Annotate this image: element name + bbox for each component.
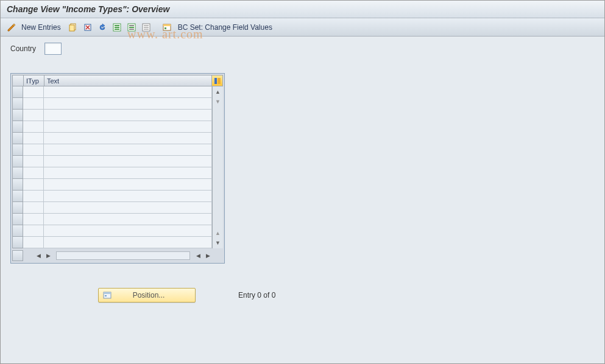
table-footer: ◀ ▶ ◀ ▶: [12, 248, 223, 262]
cell-text[interactable]: [44, 179, 212, 191]
cell-text[interactable]: [44, 98, 212, 110]
svg-rect-14: [144, 29, 149, 30]
cell-ityp[interactable]: [23, 110, 44, 121]
bc-set-icon[interactable]: [161, 21, 173, 33]
row-selector[interactable]: [12, 121, 23, 133]
table-row: [12, 179, 212, 191]
row-selector[interactable]: [12, 98, 23, 110]
row-selector[interactable]: [12, 86, 23, 98]
cell-ityp[interactable]: [23, 133, 44, 144]
table-row: [12, 167, 212, 179]
table-settings-icon[interactable]: [212, 75, 223, 86]
horizontal-scrollbar[interactable]: [56, 251, 190, 260]
svg-rect-22: [105, 295, 107, 296]
table-row: [12, 110, 212, 121]
cell-text[interactable]: [44, 133, 212, 144]
svg-rect-5: [115, 27, 119, 28]
cell-ityp[interactable]: [23, 179, 44, 191]
row-selector[interactable]: [12, 202, 23, 214]
scroll-left-first-icon[interactable]: ◀: [34, 251, 43, 261]
svg-rect-16: [163, 24, 171, 26]
cell-ityp[interactable]: [23, 214, 44, 225]
select-block-icon[interactable]: [126, 21, 138, 33]
row-selector[interactable]: [12, 179, 23, 191]
svg-rect-18: [214, 78, 217, 84]
scroll-right-last-icon[interactable]: ▶: [203, 251, 212, 261]
cell-text[interactable]: [44, 202, 212, 214]
undo-change-icon[interactable]: [96, 21, 108, 33]
scroll-left-icon[interactable]: ▶: [44, 251, 52, 261]
table-header: ITyp Text: [12, 75, 223, 86]
table-body: ▲ ▼ ▲ ▼: [12, 86, 223, 248]
cell-text[interactable]: [44, 167, 212, 179]
select-all-icon[interactable]: [111, 21, 123, 33]
row-selector[interactable]: [12, 110, 23, 121]
column-header-ityp[interactable]: ITyp: [23, 75, 44, 86]
new-entries-button[interactable]: New Entries: [20, 23, 65, 32]
row-selector[interactable]: [12, 167, 23, 179]
cell-text[interactable]: [44, 144, 212, 156]
toggle-display-change-icon[interactable]: [5, 21, 18, 33]
cell-ityp[interactable]: [23, 98, 44, 110]
cell-ityp[interactable]: [23, 191, 44, 202]
cell-ityp[interactable]: [23, 225, 44, 237]
cell-text[interactable]: [44, 225, 212, 237]
row-selector[interactable]: [12, 214, 23, 225]
cell-text[interactable]: [44, 110, 212, 121]
svg-rect-13: [144, 27, 149, 28]
deselect-all-icon[interactable]: [140, 21, 152, 33]
table-row: [12, 144, 212, 156]
table-row: [12, 237, 212, 248]
row-selector[interactable]: [12, 133, 23, 144]
svg-rect-1: [69, 25, 74, 31]
cell-ityp[interactable]: [23, 237, 44, 248]
scroll-down-icon-2[interactable]: ▲: [213, 228, 223, 238]
cell-ityp[interactable]: [23, 202, 44, 214]
table-row: [12, 214, 212, 225]
scroll-down-icon[interactable]: ▼: [213, 238, 223, 248]
vertical-scrollbar[interactable]: ▲ ▼ ▲ ▼: [212, 86, 223, 248]
entry-count-text: Entry 0 of 0: [238, 291, 275, 299]
cell-text[interactable]: [44, 237, 212, 248]
table-row: [12, 225, 212, 237]
row-selector[interactable]: [12, 144, 23, 156]
cell-ityp[interactable]: [23, 121, 44, 133]
cell-text[interactable]: [44, 121, 212, 133]
income-types-table: ITyp Text ▲ ▼ ▲ ▼ ◀ ▶: [10, 73, 225, 264]
row-selector[interactable]: [12, 191, 23, 202]
cell-ityp[interactable]: [23, 156, 44, 167]
scroll-right-icon[interactable]: ◀: [194, 251, 202, 261]
scroll-up-icon-2[interactable]: ▼: [213, 97, 223, 107]
toolbar: New Entries BC Set: Change Field Values: [1, 18, 604, 37]
svg-rect-10: [129, 29, 134, 30]
cell-text[interactable]: [44, 86, 212, 98]
copy-as-icon[interactable]: [67, 21, 79, 33]
table-row: [12, 98, 212, 110]
row-selector[interactable]: [12, 237, 23, 248]
svg-rect-17: [165, 27, 166, 29]
select-all-rows[interactable]: [12, 75, 23, 86]
table-row: [12, 86, 212, 98]
bc-set-button[interactable]: BC Set: Change Field Values: [175, 23, 272, 32]
scroll-up-icon[interactable]: ▲: [213, 87, 223, 97]
svg-rect-8: [129, 25, 134, 26]
table-row: [12, 156, 212, 167]
cell-ityp[interactable]: [23, 86, 44, 98]
position-button[interactable]: Position...: [98, 288, 196, 303]
cell-text[interactable]: [44, 156, 212, 167]
table-row: [12, 133, 212, 144]
cell-text[interactable]: [44, 214, 212, 225]
footer-row: Position... Entry 0 of 0: [98, 288, 598, 303]
cell-text[interactable]: [44, 191, 212, 202]
row-selector[interactable]: [12, 225, 23, 237]
footer-selector[interactable]: [12, 250, 23, 261]
delete-icon[interactable]: [82, 21, 94, 33]
row-selector[interactable]: [12, 156, 23, 167]
column-header-text[interactable]: Text: [44, 75, 212, 86]
country-input[interactable]: [44, 43, 62, 55]
svg-rect-6: [115, 29, 119, 30]
page-title: Change View "Income Types": Overview: [7, 4, 169, 14]
svg-rect-19: [218, 78, 221, 84]
cell-ityp[interactable]: [23, 144, 44, 156]
cell-ityp[interactable]: [23, 167, 44, 179]
